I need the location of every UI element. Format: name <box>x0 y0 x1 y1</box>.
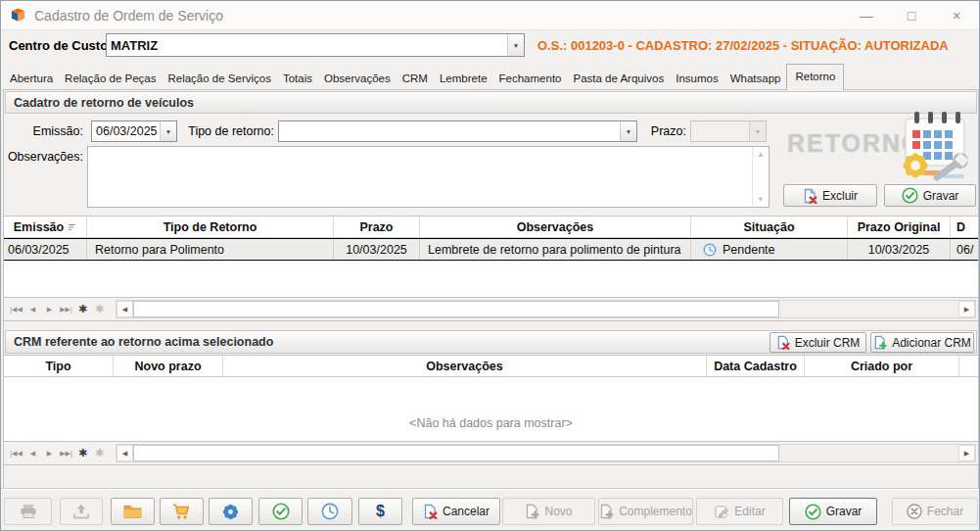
retorno-grid-navigator: |◀◀ ◀ ▶ ▶▶| ✱ ✱ ◀ ▶ <box>3 298 979 321</box>
tab-relacao-de-servicos[interactable]: Relação de Serviços <box>162 68 276 90</box>
retorno-group-title: Cadatro de retorno de veículos <box>14 96 194 110</box>
tab-insumos[interactable]: Insumos <box>670 68 723 90</box>
titlebar: Cadastro de Ordem de Serviço — □ × <box>1 1 979 30</box>
tab-whatsapp[interactable]: Whatsapp <box>724 68 787 90</box>
sort-ascending-icon <box>68 223 76 231</box>
print-button[interactable] <box>4 498 52 525</box>
tab-lembrete[interactable]: Lembrete <box>434 68 493 90</box>
excluir-button[interactable]: Excluir <box>783 184 877 207</box>
maximize-icon[interactable]: □ <box>889 1 934 30</box>
column-header-observacoes[interactable]: Observações <box>420 217 691 237</box>
tab-crm[interactable]: CRM <box>397 68 434 90</box>
add-document-icon <box>599 504 614 519</box>
complemento-button[interactable]: Complemento <box>598 498 693 525</box>
column-header-tipo-retorno[interactable]: Tipo de Retorno <box>87 217 334 237</box>
column-header-data[interactable]: D <box>951 217 978 237</box>
tab-abertura[interactable]: Abertura <box>4 68 59 90</box>
scroll-up-icon[interactable]: ▲ <box>757 150 765 159</box>
scroll-right-icon[interactable]: ▶ <box>958 301 975 317</box>
excluir-crm-button[interactable]: Excluir CRM <box>770 332 866 353</box>
column-header-crm-observacoes[interactable]: Observações <box>223 356 707 376</box>
tab-retorno[interactable]: Retorno <box>786 64 844 90</box>
novo-label: Novo <box>544 505 572 518</box>
nav-prev-icon[interactable]: ◀ <box>24 445 41 462</box>
prazo-dropdown-icon[interactable]: ▼ <box>749 121 766 141</box>
scroll-down-icon[interactable]: ▼ <box>757 195 765 204</box>
excluir-crm-label: Excluir CRM <box>795 336 861 350</box>
export-button[interactable] <box>60 498 103 525</box>
observacoes-textarea[interactable]: ▲ ▼ <box>87 146 770 208</box>
cost-center-combobox[interactable]: MATRIZ ▼ <box>106 33 525 57</box>
check-circle-icon <box>902 187 918 204</box>
cancelar-button[interactable]: Cancelar <box>412 498 500 525</box>
column-header-tipo[interactable]: Tipo <box>4 356 114 376</box>
tipo-retorno-dropdown-icon[interactable]: ▼ <box>620 121 636 141</box>
schedule-button[interactable] <box>307 498 352 525</box>
column-header-data-cadastro[interactable]: Data Cadastro <box>707 356 805 376</box>
close-icon[interactable]: × <box>934 1 979 30</box>
observacoes-scrollbar[interactable]: ▲ ▼ <box>752 147 769 207</box>
nav-refresh-icon[interactable]: ✱ <box>91 445 108 462</box>
retorno-grid-hscrollbar[interactable]: ◀ ▶ <box>116 300 976 318</box>
cell-tipo-retorno: Retorno para Polimento <box>87 239 334 260</box>
tab-relacao-de-pecas[interactable]: Relação de Peças <box>59 68 162 90</box>
nav-next-icon[interactable]: ▶ <box>41 445 58 462</box>
crm-grid-hscrollbar[interactable]: ◀ ▶ <box>116 444 976 462</box>
tab-fechamento[interactable]: Fechamento <box>493 68 568 90</box>
approve-button[interactable] <box>258 498 303 525</box>
nav-refresh-icon[interactable]: ✱ <box>91 301 108 318</box>
excluir-button-label: Excluir <box>822 189 858 203</box>
nav-last-icon[interactable]: ▶▶| <box>58 445 74 462</box>
scrollbar-track[interactable] <box>779 301 958 317</box>
financial-button[interactable]: $ <box>358 498 402 525</box>
editar-label: Editar <box>734 505 765 518</box>
tab-totais[interactable]: Totais <box>277 68 318 90</box>
nav-next-icon[interactable]: ▶ <box>41 301 58 318</box>
tab-observacoes[interactable]: Observações <box>318 68 397 90</box>
tab-bar: Abertura Relação de Peças Relação de Ser… <box>4 64 844 90</box>
scroll-left-icon[interactable]: ◀ <box>117 445 133 461</box>
column-header-criado-por[interactable]: Criado por <box>805 356 959 376</box>
nav-prev-icon[interactable]: ◀ <box>24 301 41 318</box>
gravar-button[interactable]: Gravar <box>789 498 877 525</box>
tipo-retorno-combobox[interactable]: ▼ <box>278 121 637 142</box>
nav-first-icon[interactable]: |◀◀ <box>8 445 24 462</box>
column-header-novo-prazo[interactable]: Novo prazo <box>114 356 223 376</box>
upload-icon <box>72 504 90 519</box>
column-header-prazo-original[interactable]: Prazo Original <box>848 217 951 237</box>
column-header-emissao[interactable]: Emissão <box>4 217 87 237</box>
fechar-button[interactable]: Fechar <box>892 498 978 525</box>
nav-insert-icon[interactable]: ✱ <box>74 301 91 318</box>
nav-last-icon[interactable]: ▶▶| <box>58 301 74 318</box>
gravar-panel-button[interactable]: Gravar <box>884 184 976 207</box>
cell-situacao-label: Pendente <box>723 243 775 257</box>
scrollbar-thumb[interactable] <box>133 445 779 461</box>
settings-button[interactable] <box>209 498 253 525</box>
cart-button[interactable] <box>160 498 204 525</box>
cost-center-dropdown-icon[interactable]: ▼ <box>507 34 524 56</box>
window-controls: — □ × <box>844 1 979 30</box>
nav-first-icon[interactable]: |◀◀ <box>8 301 24 318</box>
minimize-icon[interactable]: — <box>844 1 889 30</box>
prazo-value <box>691 121 749 141</box>
window-title: Cadastro de Ordem de Serviço <box>34 8 223 24</box>
retorno-grid-selected-row[interactable]: 06/03/2025 Retorno para Polimento 10/03/… <box>4 238 978 261</box>
column-header-situacao[interactable]: Situação <box>691 217 848 237</box>
scroll-right-icon[interactable]: ▶ <box>958 445 975 461</box>
tab-pasta-de-arquivos[interactable]: Pasta de Arquivos <box>567 68 670 90</box>
column-header-prazo[interactable]: Prazo <box>334 217 420 237</box>
scrollbar-track[interactable] <box>779 445 958 461</box>
emissao-dropdown-icon[interactable]: ▼ <box>160 121 176 141</box>
scrollbar-thumb[interactable] <box>133 301 779 317</box>
prazo-combobox[interactable]: ▼ <box>690 121 767 142</box>
gravar-panel-button-label: Gravar <box>923 189 959 203</box>
emissao-value: 06/03/2025 <box>92 121 160 141</box>
editar-button[interactable]: Editar <box>696 498 783 525</box>
emissao-date-picker[interactable]: 06/03/2025 ▼ <box>91 121 177 142</box>
folder-button[interactable] <box>111 498 155 525</box>
scroll-left-icon[interactable]: ◀ <box>117 301 133 317</box>
nav-insert-icon[interactable]: ✱ <box>74 445 91 462</box>
shopping-cart-icon <box>172 504 191 520</box>
adicionar-crm-button[interactable]: Adicionar CRM <box>870 332 974 353</box>
novo-button[interactable]: Novo <box>502 498 595 525</box>
